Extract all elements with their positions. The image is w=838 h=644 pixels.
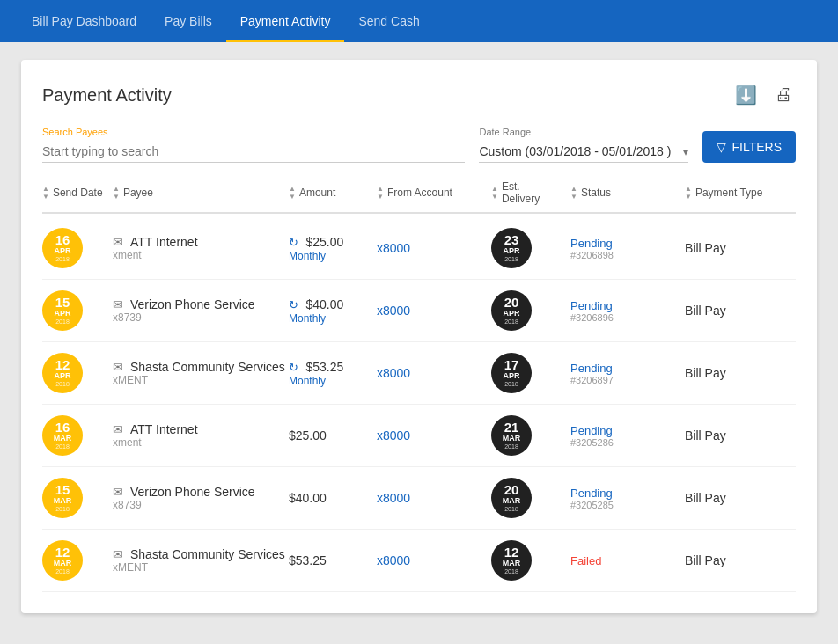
th-status[interactable]: ▲▼ Status <box>570 180 685 205</box>
status-ref: #3205286 <box>570 437 685 448</box>
date-range-group: Date Range Custom (03/01/2018 - 05/01/20… <box>479 127 688 163</box>
account-link-5[interactable]: x8000 <box>377 553 491 567</box>
mail-icon: ✉ <box>113 297 123 311</box>
account-link-2[interactable]: x8000 <box>377 366 491 380</box>
status-label: Pending <box>570 237 685 250</box>
sort-payee-icon: ▲▼ <box>113 185 120 201</box>
payee-cell-4: ✉ Verizon Phone Service x8739 <box>113 485 289 511</box>
amount-value: $25.00 <box>305 235 343 249</box>
payee-sub: xment <box>113 249 289 261</box>
est-delivery-badge-3: 21 MAR 2018 <box>491 415 532 456</box>
amount-recurring-icon: ↻ <box>289 236 298 249</box>
date-range-label: Date Range <box>479 127 688 137</box>
table-row: 16 APR 2018 ✉ ATT Internet xment ↻ $25.0… <box>42 217 796 280</box>
date-range-select[interactable]: Custom (03/01/2018 - 05/01/2018 ) <box>479 141 688 163</box>
status-ref: #3205285 <box>570 500 685 510</box>
table-row: 15 APR 2018 ✉ Verizon Phone Service x873… <box>42 280 796 342</box>
payee-name: Verizon Phone Service <box>130 297 255 311</box>
payment-type: Bill Pay <box>685 491 773 505</box>
print-icon[interactable]: 🖨 <box>771 81 796 109</box>
account-link-4[interactable]: x8000 <box>377 491 491 505</box>
payee-sub: xment <box>113 436 289 449</box>
payee-cell-0: ✉ ATT Internet xment <box>113 235 289 261</box>
th-payee[interactable]: ▲▼ Payee <box>113 180 289 205</box>
status-ref: #3206896 <box>570 312 685 323</box>
payee-name: Shasta Community Services <box>130 547 285 561</box>
account-link-1[interactable]: x8000 <box>377 304 491 318</box>
nav-send-cash[interactable]: Send Cash <box>344 0 433 42</box>
mail-icon: ✉ <box>113 360 123 374</box>
table-row: 16 MAR 2018 ✉ ATT Internet xment $25.00 … <box>42 405 796 467</box>
payee-name: ATT Internet <box>130 422 198 436</box>
download-icon[interactable]: ⬇️ <box>731 81 761 109</box>
amount-value: $25.00 <box>289 428 327 443</box>
search-label: Search Payees <box>42 127 465 137</box>
payee-name: Shasta Community Services <box>130 360 285 374</box>
sort-status-icon: ▲▼ <box>570 185 577 201</box>
search-group: Search Payees <box>42 127 465 163</box>
send-date-badge-1: 15 APR 2018 <box>42 290 83 331</box>
payee-cell-2: ✉ Shasta Community Services xMENT <box>113 360 289 386</box>
sort-send-date-icon: ▲▼ <box>42 185 49 201</box>
status-label: Pending <box>570 487 685 500</box>
payee-sub: xMENT <box>113 374 289 386</box>
status-ref: #3206898 <box>570 250 685 260</box>
est-delivery-badge-2: 17 APR 2018 <box>491 353 532 393</box>
nav-payment-activity[interactable]: Payment Activity <box>226 0 345 42</box>
header-icons: ⬇️ 🖨 <box>731 81 796 109</box>
payee-cell-5: ✉ Shasta Community Services xMENT <box>113 547 289 574</box>
account-link-3[interactable]: x8000 <box>377 428 491 443</box>
send-date-badge-2: 12 APR 2018 <box>42 353 83 393</box>
search-input[interactable] <box>42 141 465 163</box>
table: ▲▼ Send Date ▲▼ Payee ▲▼ Amount ▲▼ From … <box>42 180 796 592</box>
table-row: 15 MAR 2018 ✉ Verizon Phone Service x873… <box>42 467 796 530</box>
amount-recurring-icon: ↻ <box>289 361 298 374</box>
payee-name: ATT Internet <box>130 235 198 249</box>
nav-pay-bills[interactable]: Pay Bills <box>151 0 226 42</box>
status-cell-3: Pending #3205286 <box>570 424 685 448</box>
status-label: Pending <box>570 362 685 375</box>
th-from-account[interactable]: ▲▼ From Account <box>377 180 491 205</box>
payment-type: Bill Pay <box>685 428 773 443</box>
account-link-0[interactable]: x8000 <box>377 241 491 255</box>
date-range-select-wrapper: Custom (03/01/2018 - 05/01/2018 ) <box>479 141 688 163</box>
controls-row: Search Payees Date Range Custom (03/01/2… <box>42 127 796 163</box>
amount-sub: Monthly <box>289 312 377 325</box>
payment-type: Bill Pay <box>685 553 773 567</box>
status-label: Pending <box>570 299 685 312</box>
nav-bill-pay-dashboard[interactable]: Bill Pay Dashboard <box>18 0 151 42</box>
status-cell-4: Pending #3205285 <box>570 487 685 510</box>
est-delivery-badge-1: 20 APR 2018 <box>491 290 532 331</box>
amount-cell-4: $40.00 <box>289 490 377 506</box>
th-payment-type[interactable]: ▲▼ Payment Type <box>685 180 773 205</box>
payee-cell-3: ✉ ATT Internet xment <box>113 422 289 449</box>
send-date-badge-5: 12 MAR 2018 <box>42 540 83 581</box>
mail-icon: ✉ <box>113 485 123 499</box>
est-delivery-badge-4: 20 MAR 2018 <box>491 478 532 518</box>
status-label: Pending <box>570 424 685 437</box>
amount-value: $40.00 <box>289 491 327 505</box>
sort-delivery-icon: ▲▼ <box>491 185 498 201</box>
th-send-date[interactable]: ▲▼ Send Date <box>42 180 113 205</box>
amount-cell-2: ↻ $53.25 Monthly <box>289 359 377 387</box>
status-label: Failed <box>570 554 685 567</box>
payee-sub: x8739 <box>113 311 289 324</box>
main-card: Payment Activity ⬇️ 🖨 Search Payees <box>21 60 817 613</box>
amount-cell-5: $53.25 <box>289 553 377 568</box>
send-date-badge-4: 15 MAR 2018 <box>42 478 83 518</box>
th-amount[interactable]: ▲▼ Amount <box>289 180 377 205</box>
table-row: 12 APR 2018 ✉ Shasta Community Services … <box>42 342 796 405</box>
est-delivery-badge-0: 23 APR 2018 <box>491 228 532 268</box>
sort-amount-icon: ▲▼ <box>289 185 296 201</box>
amount-cell-1: ↻ $40.00 Monthly <box>289 296 377 325</box>
payment-type: Bill Pay <box>685 304 773 318</box>
app-container: Bill Pay Dashboard Pay Bills Payment Act… <box>0 0 838 644</box>
payment-type: Bill Pay <box>685 366 773 380</box>
sort-payment-type-icon: ▲▼ <box>685 185 692 201</box>
filter-button[interactable]: ▽ FILTERS <box>702 131 796 163</box>
th-est-delivery[interactable]: ▲▼ Est.Delivery <box>491 180 570 205</box>
status-cell-1: Pending #3206896 <box>570 299 685 323</box>
payee-sub: xMENT <box>113 561 289 574</box>
card-header: Payment Activity ⬇️ 🖨 <box>42 81 796 109</box>
page-title: Payment Activity <box>42 85 172 106</box>
